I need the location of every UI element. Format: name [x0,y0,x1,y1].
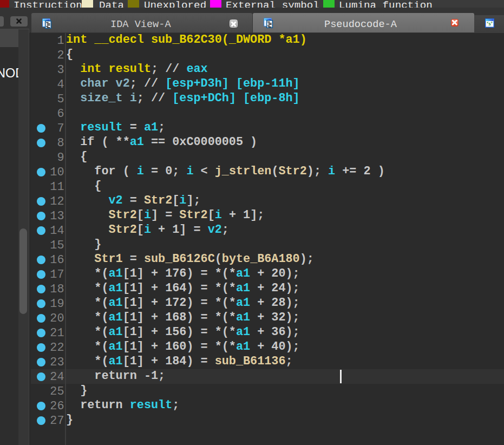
svg-text:‘s’: ‘s’ [487,21,493,27]
